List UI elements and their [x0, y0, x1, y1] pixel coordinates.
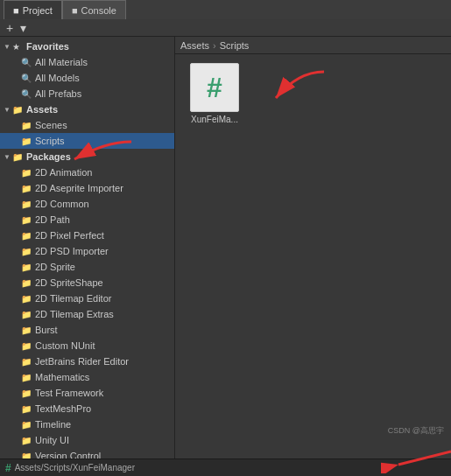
pkg-mathematics-icon: 📁 [21, 373, 33, 382]
pkg-2d-common-label: 2D Common [35, 199, 89, 209]
pkg-version-control[interactable]: 📁 Version Control [0, 448, 174, 458]
assets-label: Assets [26, 104, 58, 115]
scripts-label: Scripts [35, 136, 65, 146]
all-materials-search-icon: 🔍 [21, 58, 33, 67]
scripts-item[interactable]: 📁 Scripts [0, 133, 174, 149]
all-models-label: All Models [35, 73, 80, 83]
pkg-2d-sprite-icon: 📁 [21, 262, 33, 272]
file-grid: # XunFeiMa... [175, 54, 451, 458]
tab-project[interactable]: ■ Project [4, 0, 62, 19]
pkg-2d-psd-icon: 📁 [21, 247, 33, 256]
pkg-2d-tilemap-extras-icon: 📁 [21, 310, 33, 319]
favorites-star-icon: ★ [12, 42, 25, 52]
pkg-version-control-label: Version Control [35, 451, 101, 458]
all-prefabs-search-icon: 🔍 [21, 89, 33, 99]
breadcrumb-scripts[interactable]: Scripts [220, 40, 250, 51]
pkg-jetbrains-icon: 📁 [21, 357, 33, 367]
all-models-item[interactable]: 🔍 All Models [0, 70, 174, 86]
pkg-2d-pixel-perfect-icon: 📁 [21, 231, 33, 241]
pkg-version-control-icon: 📁 [21, 452, 33, 459]
all-materials-item[interactable]: 🔍 All Materials [0, 54, 174, 70]
pkg-2d-animation-icon: 📁 [21, 168, 33, 178]
file-item[interactable]: # XunFeiMa... [184, 63, 245, 124]
all-models-search-icon: 🔍 [21, 74, 33, 83]
pkg-2d-psd-label: 2D PSD Importer [35, 246, 109, 256]
favorites-header[interactable]: ▼ ★ Favorites [0, 38, 174, 54]
pkg-custom-nunit-label: Custom NUnit [35, 340, 95, 351]
favorites-label: Favorites [26, 41, 69, 52]
right-content: # XunFeiMa... CSDN @高思宇 [175, 54, 451, 458]
scenes-item[interactable]: 📁 Scenes [0, 117, 174, 133]
packages-label: Packages [26, 151, 71, 162]
pkg-mathematics[interactable]: 📁 Mathematics [0, 369, 174, 385]
all-prefabs-item[interactable]: 🔍 All Prefabs [0, 86, 174, 102]
left-panel: ▼ ★ Favorites 🔍 All Materials 🔍 All Mode… [0, 37, 175, 458]
pkg-test-framework[interactable]: 📁 Test Framework [0, 385, 174, 401]
status-hash-icon: # [5, 462, 11, 474]
assets-folder-icon: 📁 [12, 105, 25, 115]
tab-console[interactable]: ■ Console [62, 0, 126, 19]
pkg-unity-ui-label: Unity UI [35, 435, 69, 445]
file-icon: # [190, 63, 239, 112]
scenes-folder-icon: 📁 [21, 121, 33, 130]
pkg-burst-icon: 📁 [21, 326, 33, 335]
right-panel: Assets › Scripts # XunFeiMa... [175, 37, 451, 458]
pkg-timeline[interactable]: 📁 Timeline [0, 416, 174, 432]
pkg-jetbrains[interactable]: 📁 JetBrains Rider Editor [0, 354, 174, 369]
pkg-2d-common[interactable]: 📁 2D Common [0, 196, 174, 212]
scenes-label: Scenes [35, 120, 67, 130]
dropdown-button[interactable]: ▾ [18, 22, 29, 34]
pkg-2d-path-icon: 📁 [21, 215, 33, 225]
add-button[interactable]: + [4, 22, 16, 34]
pkg-2d-animation[interactable]: 📁 2D Animation [0, 164, 174, 180]
assets-header[interactable]: ▼ 📁 Assets [0, 102, 174, 117]
pkg-2d-pixel-perfect[interactable]: 📁 2D Pixel Perfect [0, 228, 174, 243]
breadcrumb-separator-1: › [213, 40, 216, 51]
pkg-2d-path-label: 2D Path [35, 214, 70, 225]
pkg-2d-aseprite[interactable]: 📁 2D Aseprite Importer [0, 180, 174, 196]
tab-bar: ■ Project ■ Console [0, 0, 451, 19]
pkg-textmeshpro-label: TextMeshPro [35, 403, 91, 414]
pkg-textmeshpro-icon: 📁 [21, 404, 33, 414]
pkg-2d-tilemap-extras[interactable]: 📁 2D Tilemap Extras [0, 306, 174, 322]
status-path: Assets/Scripts/XunFeiManager [15, 463, 135, 472]
pkg-2d-aseprite-label: 2D Aseprite Importer [35, 183, 123, 193]
pkg-timeline-label: Timeline [35, 419, 71, 430]
pkg-2d-sprite[interactable]: 📁 2D Sprite [0, 259, 174, 275]
packages-arrow: ▼ [4, 153, 12, 161]
pkg-2d-spriteshape[interactable]: 📁 2D SpriteShape [0, 275, 174, 290]
pkg-jetbrains-label: JetBrains Rider Editor [35, 356, 129, 367]
pkg-2d-path[interactable]: 📁 2D Path [0, 212, 174, 228]
toolbar: + ▾ [0, 19, 451, 37]
pkg-2d-animation-label: 2D Animation [35, 167, 92, 178]
scripts-folder-icon: 📁 [21, 136, 33, 146]
pkg-2d-sprite-label: 2D Sprite [35, 262, 75, 272]
pkg-2d-psd[interactable]: 📁 2D PSD Importer [0, 243, 174, 259]
favorites-section: ▼ ★ Favorites 🔍 All Materials 🔍 All Mode… [0, 37, 174, 458]
favorites-arrow: ▼ [4, 43, 12, 51]
project-tab-label: Project [23, 5, 53, 16]
pkg-textmeshpro[interactable]: 📁 TextMeshPro [0, 401, 174, 416]
main-area: ▼ ★ Favorites 🔍 All Materials 🔍 All Mode… [0, 37, 451, 458]
pkg-2d-tilemap-editor-icon: 📁 [21, 294, 33, 304]
pkg-2d-aseprite-icon: 📁 [21, 184, 33, 193]
pkg-2d-tilemap-editor[interactable]: 📁 2D Tilemap Editor [0, 290, 174, 306]
pkg-burst[interactable]: 📁 Burst [0, 322, 174, 338]
pkg-custom-nunit-icon: 📁 [21, 341, 33, 351]
pkg-unity-ui[interactable]: 📁 Unity UI [0, 432, 174, 448]
pkg-unity-ui-icon: 📁 [21, 436, 33, 445]
pkg-2d-spriteshape-label: 2D SpriteShape [35, 277, 103, 288]
pkg-2d-common-icon: 📁 [21, 200, 33, 209]
pkg-2d-tilemap-extras-label: 2D Tilemap Extras [35, 309, 114, 319]
pkg-custom-nunit[interactable]: 📁 Custom NUnit [0, 338, 174, 354]
console-tab-label: Console [81, 5, 116, 16]
pkg-test-framework-label: Test Framework [35, 388, 103, 398]
project-tab-icon: ■ [13, 5, 19, 16]
packages-folder-icon: 📁 [12, 152, 25, 162]
assets-arrow: ▼ [4, 106, 12, 114]
cs-hash-icon: # [207, 72, 222, 104]
packages-header[interactable]: ▼ 📁 Packages [0, 149, 174, 164]
pkg-timeline-icon: 📁 [21, 420, 33, 430]
pkg-mathematics-label: Mathematics [35, 372, 89, 382]
breadcrumb-assets[interactable]: Assets [180, 40, 209, 51]
